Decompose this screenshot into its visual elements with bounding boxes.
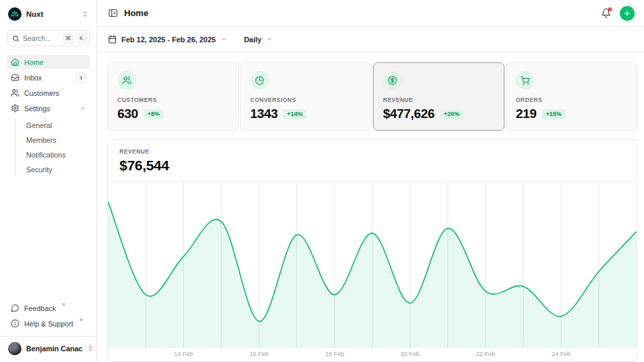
calendar-icon bbox=[108, 35, 117, 44]
sidebar-item-members[interactable]: Members bbox=[23, 133, 90, 147]
shopping-cart-icon bbox=[516, 71, 535, 90]
chat-bubble-icon bbox=[11, 304, 19, 312]
external-link-icon bbox=[61, 302, 66, 307]
kbd-cmd: ⌘ bbox=[63, 34, 73, 44]
chart-metric-value: $76,544 bbox=[119, 158, 625, 174]
x-tick-label: 14 Feb bbox=[174, 351, 193, 357]
filters-toolbar: Feb 12, 2025 - Feb 26, 2025 Daily bbox=[97, 27, 644, 52]
sidebar-item-label: Customers bbox=[24, 89, 86, 97]
panel-left-icon bbox=[108, 8, 118, 18]
notification-dot bbox=[608, 7, 612, 11]
stat-value: 1343 bbox=[250, 107, 278, 121]
sidebar-nav: Home Inbox 4 Customers Settings Genera bbox=[7, 55, 90, 176]
stat-delta-badge: +15% bbox=[542, 109, 566, 119]
period-select[interactable]: Daily bbox=[244, 36, 272, 44]
sidebar-spacer bbox=[7, 176, 90, 301]
sidebar-item-label: Help & Support bbox=[24, 320, 73, 328]
inbox-icon bbox=[11, 73, 19, 82]
nuxt-logo-icon bbox=[8, 7, 21, 21]
notifications-button[interactable] bbox=[601, 8, 611, 18]
stat-card-conversions[interactable]: CONVERSIONS 1343 +14% bbox=[240, 62, 372, 131]
sidebar: Nuxt Search... ⌘ K Home Inbox 4 bbox=[0, 0, 97, 362]
home-icon bbox=[11, 58, 19, 66]
sidebar-item-notifications[interactable]: Notifications bbox=[23, 147, 90, 162]
stat-label: REVENUE bbox=[383, 97, 494, 103]
stat-delta-badge: +20% bbox=[440, 109, 464, 119]
sidebar-item-label: Settings bbox=[24, 105, 75, 113]
page-header: Home bbox=[97, 0, 644, 27]
stat-delta-badge: +8% bbox=[144, 109, 164, 119]
stat-label: ORDERS bbox=[516, 97, 627, 103]
stat-label: CUSTOMERS bbox=[117, 97, 229, 103]
stat-value: 219 bbox=[516, 107, 537, 121]
sidebar-item-help-support[interactable]: Help & Support bbox=[7, 316, 90, 330]
page-title: Home bbox=[124, 8, 148, 18]
external-link-icon bbox=[78, 318, 83, 322]
stat-delta-badge: +14% bbox=[283, 109, 307, 119]
stat-card-orders[interactable]: ORDERS 219 +15% bbox=[506, 62, 637, 131]
dashboard-content: CUSTOMERS 630 +8% CONVERSIONS 1343 +14% bbox=[97, 52, 644, 362]
chevron-up-down-icon bbox=[87, 345, 94, 352]
x-tick-label: 24 Feb bbox=[551, 351, 570, 357]
x-tick-label: 18 Feb bbox=[325, 351, 344, 357]
circle-dollar-icon bbox=[383, 71, 402, 90]
stat-value: 630 bbox=[117, 107, 138, 121]
avatar bbox=[8, 342, 21, 355]
inbox-count-badge: 4 bbox=[76, 72, 86, 82]
x-tick-label: 20 Feb bbox=[400, 351, 419, 357]
revenue-chart-card: REVENUE $76,544 14 Feb16 Feb18 Feb20 Feb… bbox=[107, 139, 637, 362]
sidebar-item-security[interactable]: Security bbox=[23, 162, 90, 176]
kbd-k: K bbox=[76, 34, 87, 44]
sidebar-item-label: Inbox bbox=[24, 74, 71, 82]
user-name: Benjamin Canac bbox=[26, 345, 83, 353]
x-tick-label: 22 Feb bbox=[476, 351, 495, 357]
collapse-sidebar-button[interactable] bbox=[108, 8, 118, 18]
workspace-switcher[interactable]: Nuxt bbox=[8, 7, 89, 21]
stats-row: CUSTOMERS 630 +8% CONVERSIONS 1343 +14% bbox=[107, 62, 637, 131]
search-icon bbox=[12, 35, 19, 42]
stat-value: $477,626 bbox=[383, 107, 435, 121]
plus-icon bbox=[623, 9, 631, 17]
user-menu[interactable]: Benjamin Canac bbox=[0, 336, 97, 357]
date-range-label: Feb 12, 2025 - Feb 26, 2025 bbox=[121, 36, 216, 44]
chart-pie-icon bbox=[250, 71, 269, 90]
revenue-area-chart[interactable] bbox=[108, 182, 637, 348]
sidebar-item-home[interactable]: Home bbox=[7, 55, 90, 69]
chevron-down-icon bbox=[266, 36, 272, 42]
chevron-up-down-icon bbox=[82, 11, 89, 17]
search-placeholder: Search... bbox=[23, 34, 60, 42]
chevron-up-icon bbox=[80, 105, 86, 111]
chart-header: REVENUE $76,544 bbox=[108, 140, 637, 182]
sidebar-item-label: Home bbox=[24, 58, 86, 66]
workspace-name: Nuxt bbox=[26, 10, 77, 18]
settings-submenu: General Members Notifications Security bbox=[15, 118, 90, 176]
chart-metric-label: REVENUE bbox=[119, 148, 625, 155]
sidebar-footer-links: Feedback Help & Support bbox=[7, 301, 90, 330]
main-area: Home Feb 12, 2025 - Feb 26, 2025 bbox=[97, 0, 644, 362]
x-axis-tick-labels: 14 Feb16 Feb18 Feb20 Feb22 Feb24 Feb bbox=[108, 348, 637, 361]
header-actions bbox=[601, 6, 635, 21]
search-input[interactable]: Search... ⌘ K bbox=[7, 30, 90, 46]
stat-label: CONVERSIONS bbox=[250, 97, 362, 103]
users-icon bbox=[117, 71, 136, 90]
add-button[interactable] bbox=[620, 6, 635, 21]
info-circle-icon bbox=[11, 319, 19, 328]
sidebar-item-inbox[interactable]: Inbox 4 bbox=[7, 70, 90, 84]
gear-icon bbox=[11, 104, 19, 113]
users-icon bbox=[11, 88, 19, 97]
sidebar-item-settings[interactable]: Settings bbox=[7, 101, 90, 115]
sidebar-item-feedback[interactable]: Feedback bbox=[7, 301, 90, 315]
stat-card-customers[interactable]: CUSTOMERS 630 +8% bbox=[107, 62, 239, 131]
stat-card-revenue[interactable]: REVENUE $477,626 +20% bbox=[373, 62, 504, 131]
revenue-chart-svg bbox=[108, 182, 637, 348]
sidebar-item-general[interactable]: General bbox=[23, 118, 90, 132]
chevron-down-icon bbox=[221, 36, 227, 42]
sidebar-item-label: Feedback bbox=[24, 304, 56, 312]
date-range-picker[interactable]: Feb 12, 2025 - Feb 26, 2025 bbox=[108, 35, 227, 44]
period-label: Daily bbox=[244, 36, 262, 44]
sidebar-item-customers[interactable]: Customers bbox=[7, 86, 90, 100]
x-tick-label: 16 Feb bbox=[250, 351, 268, 357]
